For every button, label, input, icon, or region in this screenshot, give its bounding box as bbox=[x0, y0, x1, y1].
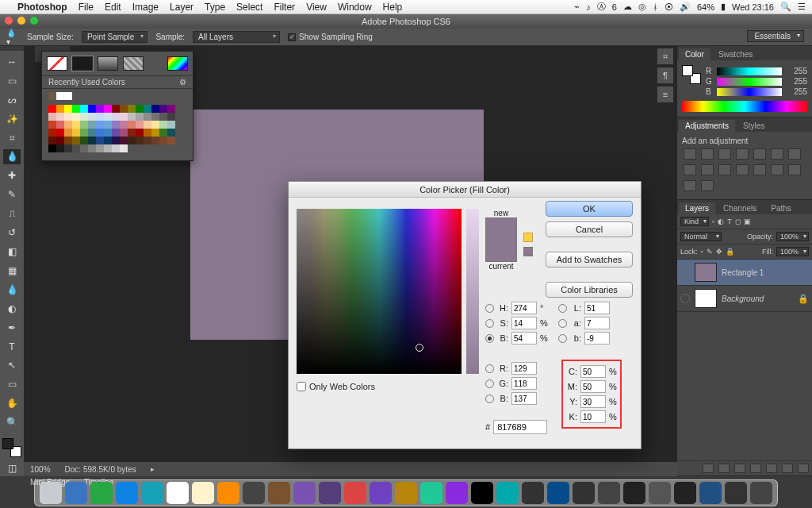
dock-app-icon[interactable] bbox=[446, 482, 468, 504]
saturation-value-field[interactable] bbox=[297, 209, 462, 374]
adjustment-channelmix-icon[interactable] bbox=[701, 164, 714, 175]
swatch[interactable] bbox=[48, 137, 56, 144]
g-radio[interactable] bbox=[485, 379, 494, 388]
swatch[interactable] bbox=[56, 121, 64, 129]
dock-app-icon[interactable] bbox=[293, 482, 316, 504]
swatch[interactable] bbox=[104, 121, 112, 129]
layer-mask-icon[interactable] bbox=[734, 464, 745, 473]
show-sampling-ring-checkbox[interactable]: ✓ Show Sampling Ring bbox=[288, 33, 373, 41]
swatch[interactable] bbox=[64, 121, 72, 129]
swatch[interactable] bbox=[104, 144, 112, 152]
new-current-preview[interactable] bbox=[485, 217, 517, 262]
swatch[interactable] bbox=[96, 137, 104, 144]
sample-layers-dropdown[interactable]: All Layers bbox=[193, 31, 280, 43]
spotlight-icon[interactable]: 🔍 bbox=[780, 2, 791, 12]
menubar-extra-icon[interactable]: ◎ bbox=[638, 2, 646, 12]
swatch[interactable] bbox=[159, 121, 167, 129]
rectangle-tool-icon[interactable]: ▭ bbox=[3, 376, 21, 392]
r-value[interactable]: 255 bbox=[787, 67, 807, 75]
recent-color-swatch[interactable] bbox=[48, 92, 56, 100]
swatch[interactable] bbox=[167, 113, 175, 121]
swatch[interactable] bbox=[136, 129, 144, 137]
swatch[interactable] bbox=[72, 144, 80, 152]
recent-color-swatch[interactable] bbox=[56, 92, 64, 100]
adjustment-colorlookup-icon[interactable] bbox=[718, 164, 731, 175]
dock-app-icon[interactable] bbox=[699, 482, 722, 504]
swatch[interactable] bbox=[112, 129, 120, 137]
close-icon[interactable] bbox=[5, 17, 13, 25]
lock-pixels-icon[interactable]: ✎ bbox=[707, 248, 713, 256]
swatch[interactable] bbox=[151, 105, 159, 113]
hex-field[interactable] bbox=[493, 420, 547, 434]
h-radio[interactable] bbox=[485, 304, 494, 313]
tool-preset-icon[interactable]: 💧▾ bbox=[6, 31, 19, 44]
brush-tool-icon[interactable]: ✎ bbox=[3, 187, 21, 202]
layer-fx-icon[interactable] bbox=[718, 464, 730, 473]
swatch[interactable] bbox=[120, 137, 128, 144]
swatch[interactable] bbox=[159, 113, 167, 121]
dock-app-icon[interactable] bbox=[90, 482, 113, 504]
pen-tool-icon[interactable]: ✒ bbox=[3, 320, 21, 336]
minimize-icon[interactable] bbox=[17, 17, 25, 25]
color-picker-button[interactable] bbox=[167, 56, 188, 71]
dock-app-icon[interactable] bbox=[370, 482, 392, 504]
swatch[interactable] bbox=[120, 113, 128, 121]
filter-pixel-icon[interactable]: ▫ bbox=[712, 217, 714, 225]
swatch[interactable] bbox=[104, 137, 112, 144]
r-field[interactable] bbox=[511, 362, 537, 375]
swatch[interactable] bbox=[96, 113, 104, 121]
swatch[interactable] bbox=[144, 137, 151, 144]
swatch[interactable] bbox=[104, 113, 112, 121]
swatch[interactable] bbox=[120, 144, 128, 152]
swatch[interactable] bbox=[120, 105, 128, 113]
swatch[interactable] bbox=[167, 137, 175, 144]
dock-app-icon[interactable] bbox=[167, 482, 189, 504]
swatch[interactable] bbox=[48, 105, 56, 113]
tab-styles[interactable]: Styles bbox=[737, 120, 771, 132]
swatch[interactable] bbox=[159, 129, 167, 137]
dock-app-icon[interactable] bbox=[40, 482, 62, 504]
adjustment-selectivecolor-icon[interactable] bbox=[684, 180, 696, 191]
only-web-colors-checkbox[interactable] bbox=[297, 382, 306, 391]
swatch[interactable] bbox=[159, 137, 167, 144]
swatch[interactable] bbox=[144, 121, 151, 129]
adjustment-curves-icon[interactable] bbox=[718, 148, 731, 160]
sample-size-dropdown[interactable]: Point Sample bbox=[82, 31, 147, 43]
lock-position-icon[interactable]: ✥ bbox=[716, 248, 722, 256]
dock-app-icon[interactable] bbox=[243, 482, 265, 504]
link-layers-icon[interactable] bbox=[703, 464, 714, 473]
a-radio[interactable] bbox=[558, 319, 567, 328]
tab-adjustments[interactable]: Adjustments bbox=[679, 120, 735, 132]
swatch[interactable] bbox=[64, 144, 72, 152]
swatch[interactable] bbox=[112, 113, 120, 121]
menubar-extra-icon[interactable]: ☁ bbox=[623, 2, 632, 12]
g-slider[interactable] bbox=[717, 78, 782, 86]
l-radio[interactable] bbox=[558, 304, 567, 313]
adjustment-bw-icon[interactable] bbox=[788, 148, 801, 160]
swatch[interactable] bbox=[96, 105, 104, 113]
dock-app-icon[interactable] bbox=[598, 482, 620, 504]
k-field[interactable] bbox=[580, 410, 606, 423]
lasso-tool-icon[interactable]: ᔕ bbox=[3, 92, 21, 108]
dock-app-icon[interactable] bbox=[319, 482, 341, 504]
dock-app-icon[interactable] bbox=[725, 482, 747, 504]
swatch[interactable] bbox=[151, 129, 159, 137]
group-icon[interactable] bbox=[766, 464, 777, 473]
dock-app-icon[interactable] bbox=[395, 482, 417, 504]
gamut-warning-icon[interactable] bbox=[523, 233, 533, 242]
swatch[interactable] bbox=[80, 113, 88, 121]
swatch[interactable] bbox=[112, 105, 120, 113]
adjustment-photofilter-icon[interactable] bbox=[684, 164, 696, 175]
y-field[interactable] bbox=[580, 395, 606, 408]
tab-color[interactable]: Color bbox=[679, 48, 710, 60]
tab-paths[interactable]: Paths bbox=[764, 202, 798, 214]
swatch[interactable] bbox=[88, 129, 96, 137]
menu-edit[interactable]: Edit bbox=[105, 2, 121, 13]
dock-app-icon[interactable] bbox=[674, 482, 696, 504]
swatch[interactable] bbox=[151, 113, 159, 121]
lab-b-radio[interactable] bbox=[558, 334, 567, 343]
swatch[interactable] bbox=[136, 137, 144, 144]
panel-fg-bg-swatch[interactable] bbox=[682, 65, 701, 84]
zoom-icon[interactable] bbox=[30, 17, 38, 25]
app-menu[interactable]: Photoshop bbox=[17, 2, 67, 13]
